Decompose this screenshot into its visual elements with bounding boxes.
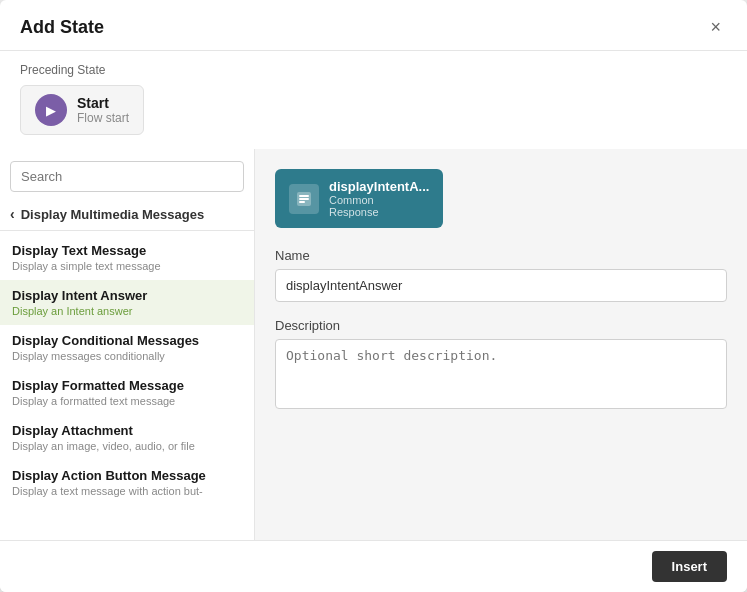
menu-item-title: Display Conditional Messages	[12, 333, 242, 348]
menu-list: Display Text MessageDisplay a simple tex…	[0, 231, 254, 540]
name-label: Name	[275, 248, 727, 263]
insert-button[interactable]: Insert	[652, 551, 727, 582]
svg-rect-2	[299, 198, 309, 200]
flow-card: displayIntentA... Common Response	[275, 169, 443, 228]
name-input[interactable]	[275, 269, 727, 302]
svg-rect-3	[299, 201, 305, 203]
menu-item-desc: Display an Intent answer	[12, 305, 242, 317]
close-button[interactable]: ×	[704, 16, 727, 38]
description-field-group: Description	[275, 318, 727, 413]
state-card: ▶ Start Flow start	[20, 85, 144, 135]
menu-item[interactable]: Display AttachmentDisplay an image, vide…	[0, 415, 254, 460]
flow-card-icon	[289, 184, 319, 214]
menu-item-desc: Display a text message with action but-	[12, 485, 242, 497]
menu-item-title: Display Attachment	[12, 423, 242, 438]
svg-rect-1	[299, 195, 309, 197]
description-label: Description	[275, 318, 727, 333]
name-field-group: Name	[275, 248, 727, 302]
preceding-state-label: Preceding State	[20, 63, 727, 77]
modal-header: Add State ×	[0, 0, 747, 51]
back-arrow-icon: ‹	[10, 206, 15, 222]
menu-item[interactable]: Display Formatted MessageDisplay a forma…	[0, 370, 254, 415]
modal-footer: Insert	[0, 540, 747, 592]
menu-item-title: Display Action Button Message	[12, 468, 242, 483]
flow-card-title: displayIntentA...	[329, 179, 429, 194]
menu-item[interactable]: Display Conditional MessagesDisplay mess…	[0, 325, 254, 370]
description-textarea[interactable]	[275, 339, 727, 409]
state-name: Start	[77, 95, 129, 111]
main-content: ‹ Display Multimedia Messages Display Te…	[0, 149, 747, 540]
right-panel: displayIntentA... Common Response Name D…	[255, 149, 747, 540]
menu-item-desc: Display a formatted text message	[12, 395, 242, 407]
menu-item[interactable]: Display Text MessageDisplay a simple tex…	[0, 235, 254, 280]
menu-item-title: Display Intent Answer	[12, 288, 242, 303]
preceding-state-section: Preceding State ▶ Start Flow start	[0, 51, 747, 149]
menu-item[interactable]: Display Action Button MessageDisplay a t…	[0, 460, 254, 505]
back-nav[interactable]: ‹ Display Multimedia Messages	[0, 200, 254, 231]
left-panel: ‹ Display Multimedia Messages Display Te…	[0, 149, 255, 540]
menu-item[interactable]: Display Intent AnswerDisplay an Intent a…	[0, 280, 254, 325]
back-nav-label: Display Multimedia Messages	[21, 207, 205, 222]
modal-body: Preceding State ▶ Start Flow start ‹ Dis…	[0, 51, 747, 540]
menu-item-title: Display Text Message	[12, 243, 242, 258]
state-sub: Flow start	[77, 111, 129, 125]
add-state-modal: Add State × Preceding State ▶ Start Flow…	[0, 0, 747, 592]
flow-card-info: displayIntentA... Common Response	[329, 179, 429, 218]
menu-item-desc: Display an image, video, audio, or file	[12, 440, 242, 452]
state-info: Start Flow start	[77, 95, 129, 125]
flow-card-sub1: Common Response	[329, 194, 429, 218]
menu-item-desc: Display a simple text message	[12, 260, 242, 272]
state-icon: ▶	[35, 94, 67, 126]
menu-item-title: Display Formatted Message	[12, 378, 242, 393]
modal-title: Add State	[20, 17, 104, 38]
menu-item-desc: Display messages conditionally	[12, 350, 242, 362]
search-input[interactable]	[10, 161, 244, 192]
